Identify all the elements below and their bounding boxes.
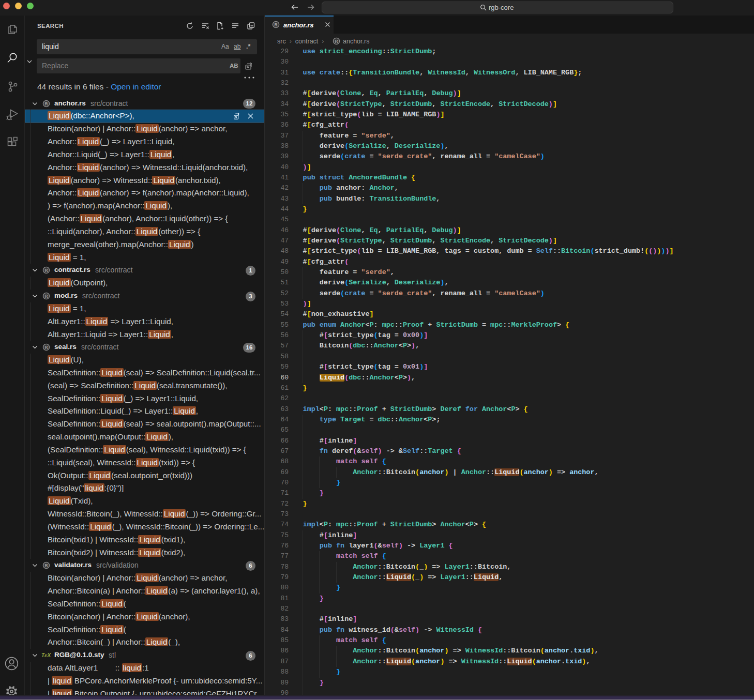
svg-text:R: R	[44, 563, 48, 568]
svg-text:R: R	[44, 101, 48, 106]
svg-text:R: R	[335, 39, 338, 44]
svg-text:R: R	[44, 268, 48, 273]
svg-text:R: R	[44, 345, 48, 350]
svg-text:R: R	[44, 294, 48, 299]
svg-text:R: R	[274, 22, 277, 27]
